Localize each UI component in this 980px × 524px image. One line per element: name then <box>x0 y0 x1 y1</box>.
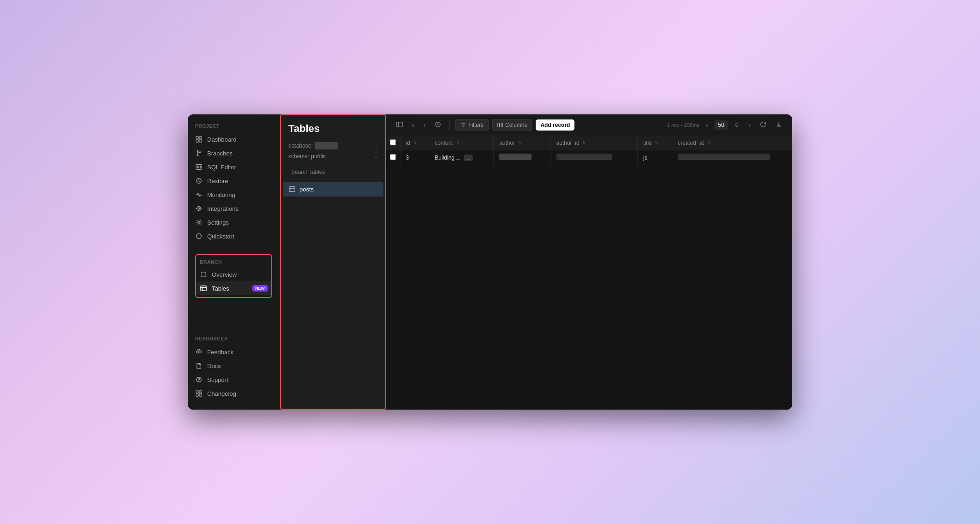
sidebar-item-overview[interactable]: Overview <box>196 268 271 281</box>
svg-rect-26 <box>498 123 503 127</box>
sort-icon: ⇅ <box>413 141 417 145</box>
row-checkbox-cell <box>386 150 400 165</box>
sidebar-item-label: Branches <box>207 150 233 157</box>
svg-rect-3 <box>199 140 202 142</box>
svg-point-4 <box>197 150 198 152</box>
collapse-sidebar-button[interactable] <box>394 119 406 131</box>
sidebar-item-label: Settings <box>207 219 229 226</box>
refresh-button[interactable] <box>757 119 769 131</box>
sidebar-item-tables[interactable]: Tables NEW <box>196 281 271 295</box>
table-name: posts <box>299 186 314 193</box>
col-header-id[interactable]: id ⇅ <box>400 136 429 150</box>
columns-button[interactable]: Columns <box>492 119 532 131</box>
branch-section-label: BRANCH <box>196 257 271 268</box>
sort-icon: ⇅ <box>655 141 658 145</box>
feedback-icon <box>195 348 203 356</box>
project-section-label: PROJECT <box>188 124 280 132</box>
sidebar-item-feedback[interactable]: Feedback <box>188 345 280 359</box>
svg-point-11 <box>198 221 200 223</box>
svg-rect-24 <box>397 122 402 127</box>
main-content: ‹ › Filters Columns Add record 1 row • 2… <box>386 114 792 410</box>
sidebar-item-label: Docs <box>207 363 221 369</box>
col-header-title[interactable]: title ⇅ <box>638 136 672 150</box>
sidebar-item-settings[interactable]: Settings <box>188 215 280 229</box>
add-record-label: Add record <box>540 122 570 128</box>
app-window: PROJECT Dashboard Branches SQL Editor Re… <box>188 114 792 410</box>
tables-panel-title: Tables <box>281 123 385 140</box>
schema-row: schema: public ⌄ <box>281 151 385 164</box>
sidebar-item-changelog[interactable]: Changelog <box>188 387 280 400</box>
search-tables-input[interactable] <box>287 166 380 178</box>
help-icon <box>195 376 203 383</box>
database-arrow-icon[interactable]: ⌄ <box>374 143 378 149</box>
svg-rect-14 <box>201 286 206 291</box>
col-header-author[interactable]: author ⇅ <box>494 136 550 150</box>
author-redacted <box>499 154 532 160</box>
row-checkbox[interactable] <box>390 154 396 160</box>
data-table: id ⇅ content ⇅ author <box>386 136 792 165</box>
col-header-created-at[interactable]: created_at ⇅ <box>672 136 792 150</box>
select-all-checkbox[interactable] <box>390 139 396 145</box>
clock-icon <box>195 177 203 185</box>
svg-point-18 <box>199 381 199 381</box>
sidebar-item-label: Tables <box>212 285 229 292</box>
cell-author-id <box>550 150 637 165</box>
grid-icon <box>195 390 203 397</box>
table-header-row: id ⇅ content ⇅ author <box>386 136 792 150</box>
svg-point-10 <box>198 208 200 209</box>
sidebar-item-label: Monitoring <box>207 191 235 198</box>
svg-point-9 <box>197 207 201 211</box>
row-info: 1 row • 298ms <box>667 122 699 128</box>
svg-point-5 <box>197 155 198 156</box>
database-row: database: ████ ⌄ <box>281 140 385 151</box>
sidebar-item-docs[interactable]: Docs <box>188 359 280 373</box>
sidebar-item-support[interactable]: Support <box>188 373 280 387</box>
svg-rect-23 <box>289 187 295 192</box>
page-next-button[interactable]: › <box>746 119 753 131</box>
sidebar-item-restore[interactable]: Restore <box>188 174 280 188</box>
svg-rect-19 <box>196 391 198 393</box>
schema-label: schema: <box>288 153 309 160</box>
col-header-content[interactable]: content ⇅ <box>429 136 494 150</box>
new-badge: NEW <box>252 285 268 292</box>
table-list-item-posts[interactable]: posts <box>283 182 383 196</box>
svg-point-16 <box>199 351 201 353</box>
cell-id: 3 <box>400 150 429 165</box>
svg-point-15 <box>197 351 199 353</box>
sidebar-item-integrations[interactable]: Integrations <box>188 202 280 215</box>
database-value: ████ <box>315 142 338 149</box>
nav-back-button[interactable]: ‹ <box>409 119 417 131</box>
sidebar-item-sql-editor[interactable]: SQL Editor <box>188 160 280 174</box>
col-header-author-id[interactable]: author_id ⇅ <box>550 136 637 150</box>
nav-forward-button[interactable]: › <box>421 119 429 131</box>
sort-icon: ⇅ <box>456 141 460 145</box>
filters-button[interactable]: Filters <box>455 119 489 131</box>
page-size: 50 <box>714 120 728 130</box>
resources-section: RESOURCES Feedback Docs Support <box>188 336 280 400</box>
schema-value: public <box>311 153 325 160</box>
sidebar-item-label: Restore <box>207 178 228 185</box>
table-icon <box>200 285 207 292</box>
sidebar-item-label: Support <box>207 376 228 383</box>
sidebar-item-monitoring[interactable]: Monitoring <box>188 188 280 202</box>
download-button[interactable] <box>773 119 785 131</box>
svg-point-12 <box>197 234 202 239</box>
content-expand-button[interactable]: ... <box>464 155 473 161</box>
table-row: 3 Building ... ... js <box>386 150 792 165</box>
resources-section-label: RESOURCES <box>188 336 280 345</box>
add-record-button[interactable]: Add record <box>536 119 574 131</box>
sort-icon: ⇅ <box>518 141 521 145</box>
toolbar: ‹ › Filters Columns Add record 1 row • 2… <box>386 114 792 136</box>
circle-icon <box>195 232 203 240</box>
cell-title: js <box>638 150 672 165</box>
sidebar-item-dashboard[interactable]: Dashboard <box>188 132 280 146</box>
checkbox-header <box>386 136 400 150</box>
toolbar-divider <box>449 120 450 130</box>
schema-arrow-icon[interactable]: ⌄ <box>374 154 378 159</box>
sidebar-item-branches[interactable]: Branches <box>188 146 280 160</box>
sidebar-item-label: SQL Editor <box>207 164 236 171</box>
page-prev-button[interactable]: ‹ <box>703 119 711 131</box>
cell-created-at <box>672 150 792 165</box>
sidebar-item-quickstart[interactable]: Quickstart <box>188 229 280 243</box>
history-button[interactable] <box>432 119 444 131</box>
